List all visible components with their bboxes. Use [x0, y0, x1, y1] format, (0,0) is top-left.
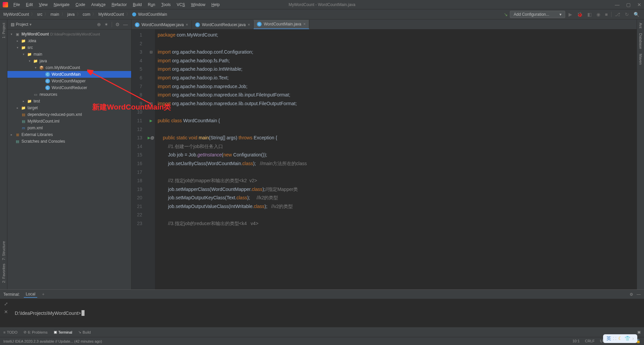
- menu-edit[interactable]: Edit: [23, 2, 36, 8]
- bc-0[interactable]: MyWordCount: [3, 12, 29, 17]
- menu-code[interactable]: Code: [73, 2, 88, 8]
- class-icon: C: [195, 22, 200, 27]
- tree-wordcountmapper[interactable]: CWordCountMapper: [7, 78, 131, 84]
- tree-idea[interactable]: ▸📁.idea: [7, 38, 131, 44]
- bc-1[interactable]: src: [37, 12, 42, 17]
- ime-badge[interactable]: 英⸬☾👕›: [603, 334, 637, 343]
- menu-tools[interactable]: Tools: [159, 2, 173, 8]
- terminal-header: Terminal: Local ＋ ⚙ —: [0, 290, 644, 299]
- close-icon[interactable]: ×: [248, 22, 250, 27]
- bt-build[interactable]: ↘Build: [78, 330, 91, 334]
- window-title: MyWordCount - WordCountMain.java: [289, 2, 356, 7]
- menu-help[interactable]: Help: [209, 2, 222, 8]
- menu-window[interactable]: Window: [188, 2, 208, 8]
- menu-navigate[interactable]: Navigate: [51, 2, 72, 8]
- gear-icon[interactable]: ⚙: [115, 22, 120, 27]
- bt-terminal[interactable]: ▣Terminal: [54, 330, 72, 334]
- debug-icon[interactable]: 🐞: [576, 12, 584, 17]
- bc-6[interactable]: WordCountMain: [138, 12, 167, 17]
- locate-icon[interactable]: ⊕: [97, 22, 101, 27]
- bt-problems[interactable]: ⊘6: Problems: [23, 330, 48, 334]
- gutter-favorites[interactable]: 2: Favorites: [2, 264, 6, 283]
- gutter-maven[interactable]: Maven: [639, 54, 643, 65]
- tree-pom[interactable]: mpom.xml: [7, 125, 131, 131]
- status-message[interactable]: IntelliJ IDEA 2020.2.3 available // Upda…: [3, 339, 102, 343]
- gutter-ant[interactable]: Ant: [639, 23, 643, 28]
- status-bar: IntelliJ IDEA 2020.2.3 available // Upda…: [0, 337, 644, 345]
- expand-icon[interactable]: ⤢: [4, 301, 11, 306]
- tree-iml[interactable]: ▤MyWordCount.iml: [7, 118, 131, 125]
- terminal-body[interactable]: ⤢ ✕ D:\IdeaProjects\MyWordCount>: [0, 299, 644, 327]
- code-editor[interactable]: 1234567891011121314151617181920212223 ⊟⊟…: [131, 29, 644, 289]
- expand-icon[interactable]: ✶: [104, 22, 108, 27]
- tree-test[interactable]: ▸📁test: [7, 98, 131, 105]
- menu-vcs[interactable]: VCS: [174, 2, 188, 8]
- app-icon: [3, 2, 8, 7]
- run-icon[interactable]: ▶: [567, 12, 574, 17]
- bc-3[interactable]: java: [67, 12, 75, 17]
- tree-java[interactable]: ▾📁java: [7, 58, 131, 64]
- git-icon[interactable]: ⎇: [613, 12, 622, 17]
- coverage-icon[interactable]: ◧: [586, 12, 593, 17]
- chevron-down-icon: ▾: [30, 22, 32, 27]
- hide-icon[interactable]: —: [123, 22, 128, 27]
- tree-dep-pom[interactable]: ▤dependency-reduced-pom.xml: [7, 111, 131, 118]
- profile-icon[interactable]: ◉: [595, 12, 602, 17]
- chevron-down-icon: ▾: [559, 12, 561, 17]
- bc-4[interactable]: com: [83, 12, 91, 17]
- close-icon[interactable]: ✕: [637, 2, 641, 7]
- tab-reducer[interactable]: CWordCountReducer.java×: [192, 20, 254, 29]
- close-icon[interactable]: ×: [186, 22, 188, 27]
- tab-main[interactable]: CWordCountMain.java×: [254, 20, 309, 29]
- run-gutter-icon[interactable]: ▶: [147, 117, 155, 125]
- stop-icon[interactable]: ■: [604, 12, 609, 17]
- gutter-structure[interactable]: 7: Structure: [2, 241, 6, 260]
- tree-scratches[interactable]: ▤Scratches and Consoles: [7, 138, 131, 145]
- tree-wordcountreducer[interactable]: CWordCountReducer: [7, 84, 131, 91]
- tree-target[interactable]: ▸📁target: [7, 105, 131, 111]
- tree-resources[interactable]: ▭resources: [7, 91, 131, 98]
- gutter-database[interactable]: Database: [639, 33, 643, 49]
- bc-2[interactable]: main: [50, 12, 59, 17]
- maximize-icon[interactable]: ▢: [626, 2, 631, 7]
- editor-area: CWordCountMapper.java× CWordCountReducer…: [131, 19, 644, 289]
- tree-main[interactable]: ▾📁main: [7, 51, 131, 58]
- bt-toolwindows-icon[interactable]: ▣: [637, 330, 641, 334]
- menu-run[interactable]: Run: [145, 2, 158, 8]
- menu-file[interactable]: File: [11, 2, 22, 8]
- bc-5[interactable]: MyWordCount: [98, 12, 124, 17]
- tree-package[interactable]: ▾📦com.MyWordCount: [7, 64, 131, 71]
- update-icon[interactable]: ↻: [624, 12, 630, 17]
- add-config-label: Add Configuration...: [514, 12, 549, 17]
- menu-view[interactable]: View: [36, 2, 50, 8]
- class-icon: C: [135, 22, 140, 27]
- tab-mapper[interactable]: CWordCountMapper.java×: [131, 20, 192, 29]
- status-position[interactable]: 10:1: [573, 339, 580, 343]
- add-configuration-button[interactable]: Add Configuration... ▾: [510, 11, 565, 18]
- project-panel-title[interactable]: ▤ Project ▾: [11, 22, 32, 27]
- close-icon[interactable]: ✕: [4, 309, 11, 315]
- search-icon[interactable]: 🔍: [632, 12, 641, 17]
- tree-external-libraries[interactable]: ▸⊞External Libraries: [7, 131, 131, 138]
- right-tool-gutter: Ant Database Maven: [637, 19, 644, 289]
- hide-icon[interactable]: —: [637, 292, 641, 297]
- terminal-tab-local[interactable]: Local: [24, 291, 38, 298]
- menu-analyze[interactable]: Analyze: [89, 2, 108, 8]
- run-gutter-icon[interactable]: ▶ @: [147, 134, 155, 142]
- close-icon[interactable]: ×: [303, 22, 306, 26]
- code-lines[interactable]: package com.MyWordCount; import org.apac…: [155, 29, 644, 289]
- status-line-sep[interactable]: CRLF: [585, 339, 595, 343]
- tree-root[interactable]: ▾▣MyWordCountD:\IdeaProjects\MyWordCount: [7, 31, 131, 38]
- bt-todo[interactable]: ≡TODO: [3, 330, 17, 334]
- tree-wordcountmain[interactable]: CWordCountMain: [7, 71, 131, 78]
- tree-src[interactable]: ▾📁src: [7, 44, 131, 51]
- gutter-project[interactable]: 1: Project: [2, 23, 6, 38]
- add-terminal-icon[interactable]: ＋: [41, 291, 45, 297]
- menu-build[interactable]: Build: [130, 2, 145, 8]
- build-icon[interactable]: ↘: [504, 12, 508, 17]
- nav-right: ↘ Add Configuration... ▾ ▶ 🐞 ◧ ◉ ■ ⎇ ↻ 🔍: [504, 11, 641, 18]
- menu-refactor[interactable]: Refactor: [109, 2, 129, 8]
- project-icon: ▤: [11, 22, 14, 27]
- minimize-icon[interactable]: —: [615, 2, 620, 7]
- gear-icon[interactable]: ⚙: [630, 292, 633, 297]
